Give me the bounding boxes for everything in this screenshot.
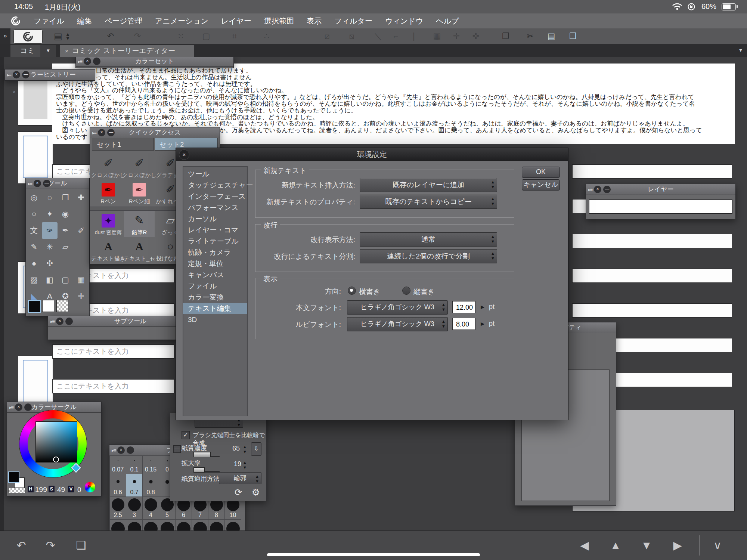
move-tool-icon[interactable]: ✚: [73, 189, 89, 206]
category-tool[interactable]: ツール: [183, 168, 247, 180]
category-cursor[interactable]: カーソル: [183, 213, 247, 225]
brush-size-cell[interactable]: 0.1: [126, 455, 143, 474]
tab-close-icon[interactable]: ×: [13, 89, 16, 95]
panel-menu-icon[interactable]: ▸≡: [50, 319, 54, 324]
marquee-icon[interactable]: ▢: [197, 30, 215, 43]
main-color-swatch[interactable]: [8, 471, 19, 483]
close-icon[interactable]: ×: [15, 403, 22, 411]
brush-size-cell[interactable]: 2.5: [109, 496, 126, 520]
copy-icon[interactable]: ❐: [497, 30, 515, 43]
category-light-table[interactable]: ライトテーブル: [183, 236, 247, 247]
vertical-radio-label[interactable]: 縦書き: [413, 287, 435, 297]
wrench-icon[interactable]: ⚙: [252, 487, 260, 498]
page-thumbnail[interactable]: [18, 132, 53, 184]
brush-size-cell-selected[interactable]: 0.7: [126, 474, 143, 497]
book-icon[interactable]: ❒: [564, 30, 582, 43]
body-font-size-input[interactable]: 12.00: [452, 301, 475, 313]
brush-size-cell[interactable]: [159, 519, 176, 531]
brush-size-cell[interactable]: 0.6: [109, 474, 126, 497]
category-track-camera[interactable]: 軌跡・カメラ: [183, 247, 247, 258]
texture-stamp-button[interactable]: ⇩: [251, 442, 261, 456]
brush-item[interactable]: ✐クロスぼかし: [124, 154, 155, 180]
panel-menu-icon[interactable]: ▸≡: [588, 187, 592, 192]
close-icon[interactable]: ×: [594, 186, 601, 193]
category-touch-gesture[interactable]: タッチジェスチャー: [183, 180, 247, 191]
break-display-dropdown[interactable]: 通常▲▼: [360, 232, 497, 247]
panel-menu-icon[interactable]: ▸≡: [9, 405, 13, 410]
category-layer-frame[interactable]: レイヤー・コマ: [183, 225, 247, 236]
menu-animation[interactable]: アニメーション: [155, 16, 208, 26]
menu-window[interactable]: ウィンドウ: [385, 16, 423, 26]
mask-alt-icon[interactable]: ⧅: [343, 30, 361, 43]
panel-menu-icon[interactable]: ▸≡: [28, 181, 32, 186]
minimize-icon[interactable]: —: [127, 446, 134, 454]
minimize-icon[interactable]: —: [93, 58, 100, 65]
operation-tool-icon[interactable]: ✑: [42, 222, 58, 239]
decoration-tool-icon[interactable]: ✣: [42, 255, 58, 272]
text-field[interactable]: [572, 164, 732, 179]
spinner-icon[interactable]: ▲▼: [491, 251, 495, 261]
menu-selection[interactable]: 選択範囲: [264, 16, 294, 26]
insert-method-dropdown[interactable]: 既存のレイヤーに追加▲▼: [360, 178, 497, 192]
corner-icon[interactable]: ⌐: [387, 30, 405, 43]
text-field[interactable]: [572, 234, 732, 248]
vertical-radio[interactable]: [402, 287, 410, 295]
transform-icon[interactable]: ⌗: [226, 30, 244, 43]
correct-tool-icon[interactable]: ✛: [73, 288, 89, 304]
redo-icon[interactable]: ↷: [41, 536, 60, 555]
category-performance[interactable]: パフォーマンス: [183, 202, 247, 213]
pattern-tool-icon[interactable]: ▦: [73, 272, 89, 288]
category-ruler-unit[interactable]: 定規・単位: [183, 258, 247, 269]
texture-apply-dropdown[interactable]: 輪郭▲▼: [219, 472, 261, 484]
panel-menu-icon[interactable]: ▸≡: [78, 59, 82, 64]
brush-size-cell[interactable]: [109, 519, 126, 531]
brush-item[interactable]: Aテキスト_セ: [124, 237, 155, 263]
brush-size-cell[interactable]: [208, 519, 225, 531]
cross-alt-icon[interactable]: ✜: [467, 30, 485, 43]
blend-tool-icon[interactable]: ●: [26, 255, 42, 272]
brush-size-cell[interactable]: [126, 519, 143, 531]
layer-row[interactable]: [589, 199, 732, 214]
text-field[interactable]: [572, 269, 732, 283]
sv-cursor[interactable]: [53, 457, 59, 462]
spinner-icon[interactable]: ▲▼: [491, 180, 495, 189]
brush-size-cell[interactable]: 4: [142, 496, 159, 520]
line-icon[interactable]: ＼: [369, 30, 387, 43]
spinner-icon[interactable]: ▲▼: [441, 319, 446, 329]
category-color-conversion[interactable]: カラー変換: [183, 292, 247, 303]
stroke-icon[interactable]: ❘: [405, 30, 423, 43]
zoom-tool-icon[interactable]: ◎: [26, 189, 42, 206]
close-icon[interactable]: ×: [34, 180, 41, 187]
expand-toolbar-icon[interactable]: »: [0, 28, 10, 44]
new-text-property-dropdown[interactable]: 既存のテキストからコピー▲▼: [360, 195, 497, 209]
category-text-edit-selected[interactable]: テキスト編集: [183, 303, 247, 314]
tab-story-editor[interactable]: ×コミック ストーリーエディター: [60, 45, 194, 57]
page-thumbnail[interactable]: [18, 73, 53, 126]
tab-list-dropdown-icon[interactable]: ▼: [735, 45, 746, 56]
dialog-close-icon[interactable]: ×: [179, 149, 189, 160]
spinner-icon[interactable]: ▲▼: [255, 474, 259, 484]
panel-menu-icon[interactable]: ▸≡: [7, 72, 11, 78]
quick-access-tab-set1[interactable]: セット1: [92, 138, 154, 151]
grid-icon[interactable]: ▦: [428, 30, 446, 43]
eraser-tool-icon[interactable]: ▱: [58, 239, 73, 255]
point-edit-icon[interactable]: ∴: [258, 30, 276, 43]
category-interface[interactable]: インターフェース: [183, 191, 247, 202]
undo-icon[interactable]: ↶: [12, 536, 31, 555]
pages-icon[interactable]: ❏: [72, 536, 90, 555]
category-canvas[interactable]: キャンバス: [183, 269, 247, 281]
spinner-icon[interactable]: ▲▼: [441, 302, 446, 312]
combine-checkbox[interactable]: ✓: [182, 431, 190, 439]
close-icon[interactable]: ×: [117, 446, 125, 454]
eyedropper-tool-icon[interactable]: ◉: [58, 206, 73, 222]
pen-tool-icon[interactable]: ✒: [58, 222, 73, 239]
fill-tool-icon[interactable]: ▨: [26, 272, 42, 288]
prev-page-icon[interactable]: ◀: [575, 536, 594, 555]
close-icon[interactable]: ×: [98, 129, 105, 136]
brush-size-cell[interactable]: [224, 519, 241, 531]
scissors-icon[interactable]: ✂: [521, 30, 539, 43]
mask-icon[interactable]: ⧄: [318, 30, 336, 43]
close-icon[interactable]: ×: [13, 71, 20, 78]
brush-size-cell[interactable]: 0.8: [142, 474, 159, 497]
minimize-icon[interactable]: —: [24, 403, 32, 411]
